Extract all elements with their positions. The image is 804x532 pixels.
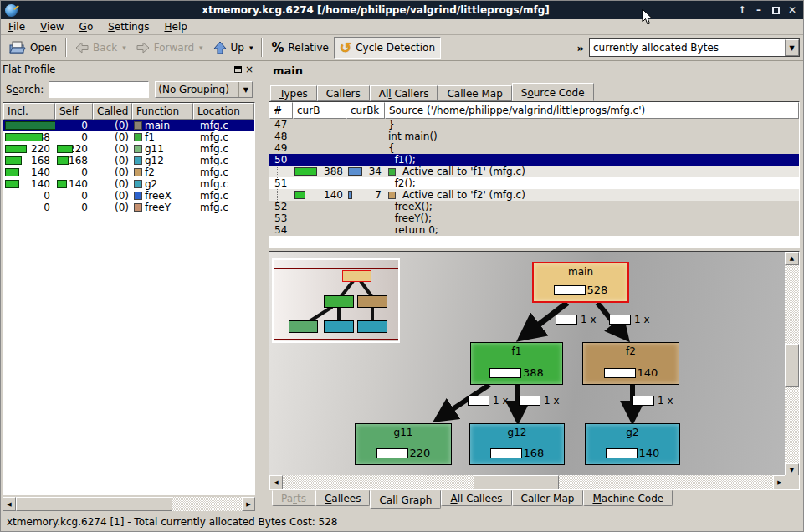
- function-color-icon: [134, 156, 142, 165]
- menu-go[interactable]: Go: [72, 20, 101, 33]
- dock-float-icon: [234, 66, 242, 73]
- open-button[interactable]: Open: [4, 37, 62, 59]
- tab-all-callers[interactable]: All Callers: [370, 85, 438, 101]
- call-graph-pane[interactable]: main 528 f1 388 f2 140 g11 220 g12 168 g…: [269, 251, 800, 490]
- search-input[interactable]: [49, 81, 149, 98]
- source-call-line[interactable]: 140 7 Active call to 'f2' (mfg.c): [269, 189, 799, 201]
- dock-float-button[interactable]: [232, 64, 243, 75]
- graph-node-g2[interactable]: g2 140: [585, 423, 680, 465]
- cost-bar: [348, 167, 362, 176]
- cost-bar: [376, 448, 408, 458]
- tab-parts[interactable]: Parts: [272, 490, 315, 506]
- graph-node-f1[interactable]: f1 388: [470, 342, 563, 385]
- grouping-arrow-button[interactable]: ▼: [238, 82, 252, 97]
- tab-all-callees[interactable]: All Callees: [441, 490, 511, 506]
- source-line[interactable]: 51 f2();: [269, 177, 799, 189]
- forward-dropdown-icon[interactable]: ▾: [199, 43, 203, 52]
- column-header-function[interactable]: Function: [132, 103, 193, 120]
- dock-header[interactable]: Flat Profile ×: [3, 62, 255, 77]
- tab-source-code[interactable]: Source Code: [512, 83, 594, 101]
- column-header-line[interactable]: #: [269, 102, 293, 119]
- forward-button[interactable]: Forward ▾: [131, 37, 208, 59]
- source-line[interactable]: 47}: [269, 119, 799, 130]
- table-row[interactable]: 168 168 (0) g12 mfg.c: [3, 155, 254, 166]
- scroll-up-button[interactable]: ▲: [785, 252, 799, 265]
- graph-node-main[interactable]: main 528: [532, 262, 629, 303]
- column-header-source[interactable]: Source ('/home/philippe/valgrind/littlep…: [385, 102, 799, 119]
- menu-help[interactable]: Help: [156, 20, 194, 33]
- source-line[interactable]: 48int main(): [269, 130, 799, 142]
- scrollbar-thumb[interactable]: [16, 497, 172, 511]
- up-dropdown-icon[interactable]: ▾: [249, 43, 253, 52]
- tree-branch-icon: [277, 166, 278, 178]
- table-row[interactable]: 140 0 (0) f2 mfg.c: [3, 166, 254, 178]
- menu-file[interactable]: File: [1, 20, 33, 33]
- column-header-curb[interactable]: curB: [293, 102, 346, 119]
- table-row[interactable]: 528 0 (0) main mfg.c: [3, 120, 254, 131]
- graph-overview-thumbnail[interactable]: [272, 258, 400, 343]
- relative-button[interactable]: % Relative: [266, 37, 333, 59]
- function-color-icon: [388, 192, 396, 199]
- graph-vscrollbar[interactable]: ▲ ▼: [785, 252, 799, 477]
- source-call-line[interactable]: 388 34 Active call to 'f1' (mfg.c): [269, 166, 799, 177]
- tab-callers[interactable]: Callers: [317, 85, 370, 101]
- column-header-location[interactable]: Location: [193, 103, 254, 120]
- source-line-selected[interactable]: 50 f1();: [269, 154, 799, 166]
- shade-button[interactable]: ↑: [734, 3, 750, 18]
- up-button[interactable]: Up ▾: [208, 37, 259, 59]
- overview-node-g2: [357, 320, 387, 333]
- column-header-self[interactable]: Self: [55, 103, 93, 120]
- scroll-right-button[interactable]: ▶: [242, 497, 255, 511]
- edge-label: 1 x: [468, 395, 509, 407]
- source-line[interactable]: 53 freeY();: [269, 212, 799, 224]
- menu-view[interactable]: View: [33, 20, 71, 33]
- graph-hscrollbar[interactable]: ◀ ▶: [269, 475, 786, 489]
- cost-bar: [606, 448, 638, 458]
- scrollbar-thumb[interactable]: [785, 344, 799, 387]
- percent-icon: %: [271, 40, 284, 55]
- selected-function-title: main: [273, 64, 303, 77]
- tab-types[interactable]: Types: [270, 85, 317, 101]
- cycle-detection-button[interactable]: ↺ Cycle Detection: [334, 37, 441, 59]
- scroll-left-button[interactable]: ◀: [269, 475, 283, 489]
- scroll-left-button[interactable]: ◀: [3, 497, 16, 511]
- edge-label: 1 x: [609, 314, 650, 325]
- close-button[interactable]: ✕: [784, 3, 801, 18]
- graph-node-g12[interactable]: g12 168: [469, 423, 565, 465]
- column-header-curbk[interactable]: curBk: [346, 102, 385, 119]
- column-header-called[interactable]: Called: [93, 103, 132, 120]
- tab-caller-map[interactable]: Caller Map: [512, 490, 584, 506]
- table-row[interactable]: 140 140 (0) g2 mfg.c: [3, 178, 254, 190]
- column-header-incl[interactable]: Incl.: [3, 103, 55, 120]
- minimize-button[interactable]: –: [750, 3, 767, 18]
- toolbar-overflow-icon[interactable]: »: [577, 42, 584, 54]
- tab-callees[interactable]: Callees: [315, 490, 370, 506]
- grouping-combobox[interactable]: (No Grouping) ▼: [155, 81, 253, 98]
- graph-node-g11[interactable]: g11 220: [355, 423, 452, 465]
- tab-call-graph[interactable]: Call Graph: [370, 490, 441, 509]
- chevron-down-icon: ▼: [243, 86, 248, 94]
- source-line[interactable]: 49{: [269, 142, 799, 154]
- table-row[interactable]: 388 0 (0) f1 mfg.c: [3, 131, 254, 143]
- back-button[interactable]: Back ▾: [70, 37, 131, 59]
- table-row[interactable]: 220 220 (0) g11 mfg.c: [3, 143, 254, 155]
- back-dropdown-icon[interactable]: ▾: [122, 43, 126, 52]
- scrollbar-thumb[interactable]: [474, 475, 559, 489]
- overview-node-f1: [324, 295, 354, 308]
- tab-callee-map[interactable]: Callee Map: [438, 85, 511, 101]
- cycle-detection-icon: ↺: [340, 42, 351, 54]
- table-row[interactable]: 0 0 (0) freeX mfg.c: [3, 190, 254, 202]
- combo-arrow-button[interactable]: ▼: [785, 39, 799, 56]
- tab-machine-code[interactable]: Machine Code: [583, 490, 673, 506]
- graph-node-f2[interactable]: f2 140: [582, 342, 679, 385]
- table-row[interactable]: 0 0 (0) freeY mfg.c: [3, 202, 254, 213]
- titlebar[interactable]: xtmemory.kcg.6274 [/home/philippe/valgri…: [1, 1, 803, 19]
- flat-profile-hscrollbar[interactable]: ◀ ▶: [3, 497, 255, 511]
- maximize-button[interactable]: [767, 3, 784, 18]
- dock-close-button[interactable]: ×: [243, 64, 255, 75]
- event-type-combobox[interactable]: currently allocated Bytes ▼: [589, 38, 800, 57]
- source-line[interactable]: 54 return 0;: [269, 224, 799, 236]
- cost-bar: [490, 448, 522, 458]
- menu-settings[interactable]: Settings: [100, 20, 156, 33]
- source-line[interactable]: 52 freeX();: [269, 201, 799, 212]
